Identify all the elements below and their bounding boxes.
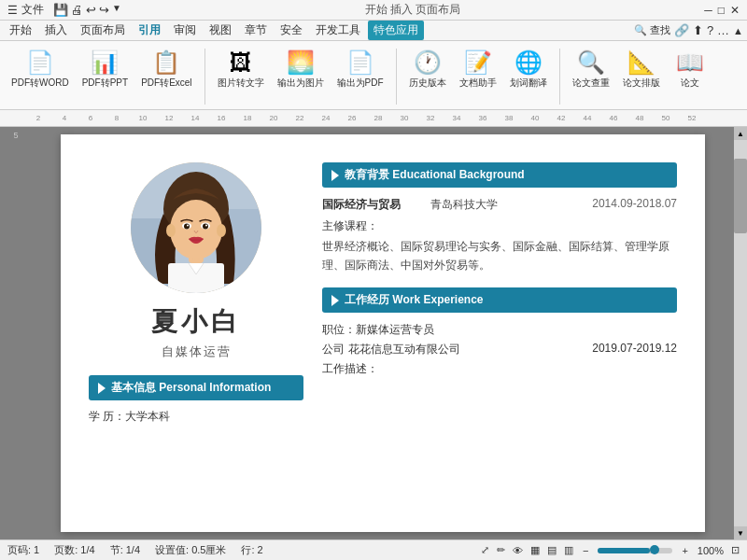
check-btn[interactable]: 🔍 论文查重 [569, 45, 613, 91]
tab-insert[interactable]: 插入 [39, 21, 73, 40]
view-split[interactable]: ▥ [564, 544, 573, 556]
tab-security[interactable]: 安全 [275, 21, 308, 40]
scrollbar[interactable]: ▲ ▼ [734, 127, 747, 539]
img-to-text-btn[interactable]: 🖼 图片转文字 [214, 45, 268, 91]
redo-icon[interactable]: ↪ [99, 3, 109, 17]
window-controls: ─ □ ✕ [704, 4, 740, 17]
svg-point-12 [203, 224, 208, 230]
left-sidebar: 5 [0, 127, 32, 539]
export-icon[interactable]: ⬆ [693, 23, 703, 37]
tab-start[interactable]: 开始 [4, 21, 37, 40]
scroll-thumb[interactable] [734, 159, 747, 233]
education-level: 学 历：大学本科 [89, 410, 303, 424]
profile-photo-svg [131, 162, 261, 293]
edu-bg-text: 教育背景 Educational Background [345, 167, 525, 183]
quick-access-toolbar: 💾 🖨 ↩ ↪ ▼ [53, 3, 121, 17]
edit-icon[interactable]: ✏ [497, 544, 505, 556]
export-img-label: 输出为图片 [277, 77, 324, 89]
translate-label: 划词翻译 [510, 77, 547, 89]
left-column: 夏小白 自媒体运营 基本信息 Personal Information 学 历：… [89, 162, 303, 513]
tab-ref[interactable]: 引用 [133, 21, 166, 40]
scroll-up-btn[interactable]: ▲ [734, 127, 747, 140]
svg-point-13 [187, 225, 189, 227]
edu-bg-header: 教育背景 Educational Background [322, 162, 677, 188]
page-status: 页码: 1 [7, 543, 39, 557]
more-btn[interactable]: 📖 论文 [669, 45, 711, 91]
pdf-to-word-icon: 📄 [25, 48, 55, 77]
file-menu[interactable]: 文件 [21, 2, 44, 18]
restore-btn[interactable]: □ [718, 4, 725, 17]
tab-layout[interactable]: 页面布局 [75, 21, 131, 40]
svg-point-7 [166, 224, 176, 237]
page-indicator: 5 [13, 131, 18, 140]
doc-assist-icon: 📝 [463, 48, 493, 77]
format-label: 论文排版 [623, 77, 660, 89]
view-icons[interactable]: ▦ [530, 544, 540, 556]
doc-page: 夏小白 自媒体运营 基本信息 Personal Information 学 历：… [61, 134, 705, 532]
zoom-thumb [650, 545, 659, 554]
eye-icon[interactable]: 👁 [513, 545, 523, 556]
work-company-row: 公司 花花信息互动有限公司 2019.07-2019.12 [322, 342, 677, 357]
zoom-bar[interactable] [598, 548, 672, 553]
undo-icon[interactable]: ↩ [86, 3, 96, 17]
tab-features[interactable]: 特色应用 [368, 21, 424, 40]
doc-assist-btn[interactable]: 📝 文档助手 [456, 45, 500, 91]
work-position: 职位：新媒体运营专员 [322, 322, 677, 338]
history-label: 历史版本 [409, 77, 446, 89]
work-exp-text: 工作经历 Work Experience [345, 292, 484, 308]
tab-dev[interactable]: 开发工具 [310, 21, 366, 40]
doc-assist-label: 文档助手 [459, 77, 497, 89]
settings-status: 设置值: 0.5厘米 [155, 543, 226, 557]
tab-view[interactable]: 视图 [204, 21, 237, 40]
scroll-track[interactable] [734, 140, 747, 526]
history-btn[interactable]: 🕐 历史版本 [405, 45, 450, 91]
export-img-btn[interactable]: 🌅 输出为图片 [274, 45, 328, 91]
edu-school: 青岛科技大学 [430, 197, 498, 213]
basic-info-header: 基本信息 Personal Information [89, 375, 303, 400]
help-icon[interactable]: ? [707, 23, 713, 37]
save-icon[interactable]: 💾 [53, 3, 68, 17]
translate-btn[interactable]: 🌐 划词翻译 [506, 45, 551, 91]
minimize-btn[interactable]: ─ [704, 4, 712, 17]
ribbon: 📄 PDF转WORD 📊 PDF转PPT 📋 PDF转Excel 🖼 图片转文字… [0, 41, 747, 110]
pdf-to-word-btn[interactable]: 📄 PDF转WORD [7, 45, 73, 91]
doc-area: 夏小白 自媒体运营 基本信息 Personal Information 学 历：… [32, 127, 734, 539]
zoom-in-btn[interactable]: + [680, 545, 689, 556]
pdf-to-ppt-icon: 📊 [90, 48, 120, 77]
export-img-icon: 🌅 [286, 48, 316, 77]
close-btn[interactable]: ✕ [730, 4, 740, 17]
more-icon[interactable]: … [717, 23, 729, 37]
history-icon: 🕐 [413, 48, 443, 77]
pdf-to-excel-btn[interactable]: 📋 PDF转Excel [137, 45, 195, 91]
search-icon[interactable]: 🔍 查找 [634, 23, 670, 37]
expand-icon[interactable]: ⤢ [481, 544, 489, 556]
tab-chapter[interactable]: 章节 [239, 21, 273, 40]
pdf-to-ppt-btn[interactable]: 📊 PDF转PPT [78, 45, 132, 91]
view-single[interactable]: ▤ [547, 544, 557, 556]
right-column: 教育背景 Educational Background 国际经济与贸易 青岛科技… [322, 162, 677, 513]
scroll-down-btn[interactable]: ▼ [734, 526, 747, 539]
zoom-level: 100% [698, 545, 724, 556]
dropdown-icon[interactable]: ▼ [112, 3, 121, 17]
format-btn[interactable]: 📐 论文排版 [619, 45, 664, 91]
person-title: 自媒体运营 [162, 343, 232, 360]
ruler-marks: 2 4 6 8 10 12 14 16 18 20 22 24 26 28 30… [32, 114, 698, 122]
img-to-text-label: 图片转文字 [218, 77, 264, 89]
more-label: 论文 [681, 77, 699, 89]
work-company: 花花信息互动有限公司 [348, 342, 460, 357]
print-icon[interactable]: 🖨 [71, 3, 83, 17]
svg-point-6 [170, 200, 222, 259]
minimize-ribbon[interactable]: ▲ [733, 25, 743, 36]
work-exp-header: 工作经历 Work Experience [322, 287, 677, 313]
fit-page-btn[interactable]: ⊡ [731, 544, 740, 556]
edu-major: 国际经济与贸易 [322, 197, 401, 213]
title-bar-left: ☰ 文件 💾 🖨 ↩ ↪ ▼ [7, 2, 121, 18]
export-pdf-btn[interactable]: 📄 输出为PDF [333, 45, 388, 91]
zoom-out-btn[interactable]: − [581, 545, 590, 556]
status-right: ⤢ ✏ 👁 ▦ ▤ ▥ − + 100% ⊡ [481, 544, 740, 556]
tab-review[interactable]: 审阅 [168, 21, 202, 40]
svg-point-11 [184, 224, 190, 230]
share-icon[interactable]: 🔗 [674, 23, 689, 37]
app-menu-icon[interactable]: ☰ [7, 4, 18, 17]
more-icon: 📖 [675, 48, 705, 77]
